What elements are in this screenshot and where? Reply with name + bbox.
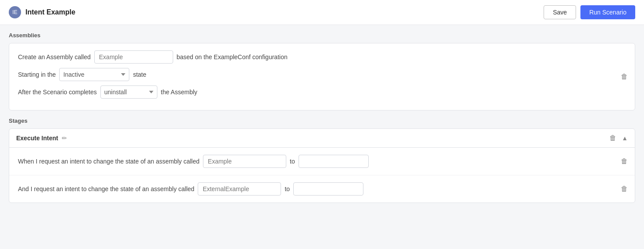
stages-section: Stages Execute Intent ✏ 🗑 ▲ (9, 117, 635, 203)
create-assembly-row: Create an Assembly called based on the E… (18, 50, 626, 64)
stage-header: Execute Intent ✏ 🗑 ▲ (9, 129, 635, 148)
stage-delete-icon[interactable]: 🗑 (609, 134, 616, 142)
after-scenario-row: After the Scenario completes uninstall k… (18, 85, 626, 99)
state-select[interactable]: Inactive Active (59, 68, 129, 81)
create-prefix-text: Create an Assembly called (18, 53, 91, 60)
stage-collapse-icon[interactable]: ▲ (622, 135, 628, 142)
stage-actions: 🗑 ▲ (609, 134, 628, 142)
content-area: Assemblies Create an Assembly called bas… (0, 25, 644, 215)
assemblies-section-title: Assemblies (9, 32, 635, 39)
intent-2-to-label: to (285, 185, 290, 192)
after-suffix-text: the Assembly (161, 89, 197, 96)
assemblies-card: Create an Assembly called based on the E… (9, 43, 635, 110)
action-select[interactable]: uninstall keep stop (100, 85, 157, 99)
stage-edit-icon[interactable]: ✏ (62, 135, 67, 142)
stages-section-title: Stages (9, 117, 635, 124)
intent-2-assembly-input[interactable] (198, 182, 281, 196)
assembly-name-input[interactable] (94, 50, 173, 64)
intent-2-delete-icon[interactable]: 🗑 (621, 185, 628, 193)
intent-row-1: When I request an intent to change the s… (9, 148, 635, 175)
assembly-delete-icon[interactable]: 🗑 (621, 73, 628, 81)
starting-prefix-text: Starting in the (18, 71, 56, 78)
icon-label: IE (12, 9, 17, 15)
run-scenario-button[interactable]: Run Scenario (580, 5, 635, 19)
page-header: IE Intent Example Save Run Scenario (0, 0, 644, 25)
intent-1-delete-icon[interactable]: 🗑 (621, 157, 628, 165)
stage-card: Execute Intent ✏ 🗑 ▲ When I request an i… (9, 128, 635, 203)
after-prefix-text: After the Scenario completes (18, 89, 97, 96)
intent-1-to-label: to (290, 158, 295, 165)
save-button[interactable]: Save (544, 5, 576, 19)
page-icon: IE (9, 6, 21, 18)
intent-1-prefix: When I request an intent to change the s… (18, 158, 199, 165)
intent-1-assembly-input[interactable] (203, 155, 286, 168)
page-title: Intent Example (25, 8, 75, 16)
intent-row-2: And I request an intent to change the st… (9, 175, 635, 203)
stage-body: When I request an intent to change the s… (9, 148, 635, 203)
state-suffix-text: state (133, 71, 146, 78)
starting-state-row: Starting in the Inactive Active state (18, 68, 626, 81)
intent-2-state-input[interactable]: Active (293, 182, 363, 196)
stage-title: Execute Intent (16, 135, 58, 142)
header-left: IE Intent Example (9, 6, 75, 18)
page-container: IE Intent Example Save Run Scenario Asse… (0, 0, 644, 249)
based-on-text: based on the ExampleConf configuration (177, 53, 288, 60)
header-actions: Save Run Scenario (544, 5, 635, 19)
intent-2-prefix: And I request an intent to change the st… (18, 185, 194, 192)
stage-title-row: Execute Intent ✏ (16, 135, 67, 142)
intent-1-state-input[interactable]: Active (299, 155, 369, 168)
